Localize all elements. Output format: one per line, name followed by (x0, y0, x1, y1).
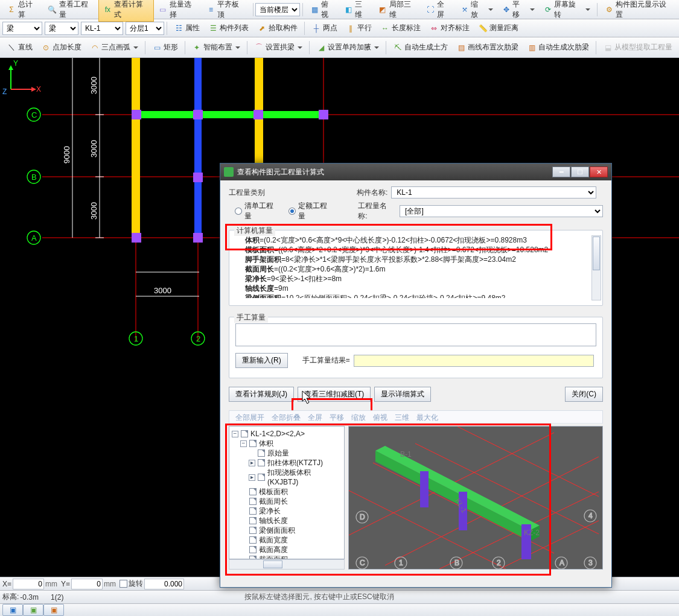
ft-expand[interactable]: 全部展开 (235, 413, 264, 423)
radio-quota[interactable] (288, 208, 296, 215)
tool-gjlist[interactable]: ☰构件列表 (204, 21, 253, 35)
taskbar-app-3[interactable]: ▣ (43, 604, 64, 616)
quantity-tree[interactable]: −KL-1<2,D><2,A>−体积原始量▸扣柱体积(KTZTJ)▸扣现浇板体积… (229, 426, 345, 559)
tool-zongjisuan[interactable]: Σ总计算 (2, 0, 43, 22)
calc-line[interactable]: 模板面积=((0.6<高度>*2+0.2<宽度>)*9<中心线长度>)-1.4<… (234, 245, 598, 255)
ft-3d[interactable]: 三维 (395, 413, 409, 423)
ft-full[interactable]: 全屏 (308, 413, 322, 423)
tool-zdsccl[interactable]: ▥自动生成次肋梁 (523, 40, 593, 54)
tool-zdsctf[interactable]: ⛏自动生成土方 (389, 40, 452, 54)
rotate-checkbox[interactable] (120, 580, 127, 588)
tool-cljl[interactable]: 📏测量距离 (474, 21, 523, 35)
expander-icon[interactable]: ▸ (249, 474, 255, 481)
tool-liangdian[interactable]: ┼两点 (307, 21, 342, 35)
tool-gjtyxssz[interactable]: ⚙构件图元显示设置 (600, 0, 677, 22)
rotate-input[interactable] (144, 579, 184, 589)
tree-row[interactable]: 轴线长度 (232, 516, 342, 526)
tree-label: 扣柱体积(KTZTJ) (267, 458, 323, 468)
calc-line[interactable]: 轴线长度=9m (234, 284, 598, 293)
tree-row[interactable]: 梁净长 (232, 506, 342, 516)
ft-zoom[interactable]: 缩放 (351, 413, 366, 423)
gclmc-select[interactable]: [全部] (400, 205, 603, 217)
y-input[interactable] (71, 579, 103, 589)
tree-row[interactable]: 截面高度 (232, 545, 342, 554)
tool-pingxing[interactable]: ‖平行 (342, 21, 376, 35)
tool-fushi[interactable]: ▦俯视 (305, 0, 339, 22)
tool-pingyi[interactable]: ✥平移 (497, 0, 539, 22)
tool-suofang[interactable]: ⤧缩放 (456, 0, 497, 22)
btn-detail[interactable]: 显示详细算式 (374, 387, 431, 402)
tool-szdkjf[interactable]: ◢设置单跨加腋 (312, 40, 383, 54)
tool-zhixian[interactable]: ＼直线 (2, 40, 37, 54)
expander-icon[interactable]: − (240, 440, 247, 447)
tree-hscroll[interactable] (229, 559, 345, 570)
calc-line[interactable]: 体积=(0.2<宽度>*0.6<高度>*9<中心线长度>)-0.12<扣柱>-0… (234, 235, 598, 245)
manual-result-field[interactable] (354, 355, 594, 367)
tool-quanping[interactable]: ⛶全屏 (422, 0, 456, 22)
x-input[interactable] (13, 579, 44, 589)
maximize-button[interactable]: ☐ (571, 167, 589, 177)
tool-pbd[interactable]: ≡平齐板顶 (202, 0, 250, 22)
ft-top[interactable]: 俯视 (373, 413, 387, 423)
ft-max[interactable]: 最大化 (416, 413, 438, 423)
taskbar-app-1[interactable]: ▣ (2, 604, 23, 616)
manual-textarea[interactable] (235, 323, 596, 346)
tree-row[interactable]: 原始量 (232, 448, 342, 458)
tool-znbz[interactable]: ✦智能布置 (188, 40, 244, 54)
btn-reenter[interactable]: 重新输入(R) (235, 353, 288, 368)
tool-shiqu[interactable]: ⬈拾取构件 (253, 21, 302, 35)
pan-icon: ✥ (502, 5, 511, 14)
tool-sanwei[interactable]: ◧三维 (340, 0, 374, 22)
tool-hxbzcl[interactable]: ▤画线布置次肋梁 (452, 40, 523, 54)
tree-row[interactable]: 截面周长 (232, 497, 342, 506)
tool-djcd[interactable]: ⊙点加长度 (37, 40, 86, 54)
tree-row[interactable]: 截面宽度 (232, 535, 342, 545)
deduction-3d-view[interactable]: B-1 KL-1 KZ-2 D C 1 B 2 A 3 4 (348, 426, 603, 570)
tree-row[interactable]: −体积 (232, 439, 342, 448)
minimize-button[interactable]: ━ (552, 167, 570, 177)
category-select-2[interactable]: 梁 (45, 22, 78, 35)
expander-icon[interactable]: ▸ (249, 460, 255, 466)
page-icon (258, 449, 265, 457)
current-floor-select[interactable]: 当前楼层 (255, 3, 300, 16)
btn-rule[interactable]: 查看计算规则(J) (229, 387, 294, 402)
member-select[interactable]: KL-1 (81, 22, 123, 35)
expander-icon[interactable]: − (232, 431, 238, 437)
tool-dqbz[interactable]: ⇔对齐标注 (425, 21, 474, 35)
tree-row[interactable]: 截面面积 (232, 554, 342, 559)
tool-cdbz[interactable]: ↔长度标注 (376, 21, 425, 35)
tool-szgl[interactable]: ⌒设置拱梁 (250, 40, 307, 54)
tree-row[interactable]: 梁侧面面积 (232, 526, 342, 535)
tool-jbsw[interactable]: ◩局部三维 (374, 0, 422, 22)
btn-close-bottom[interactable]: 关闭(C) (565, 387, 603, 402)
tree-row[interactable]: −KL-1<2,D><2,A> (232, 429, 342, 439)
calc-result-list[interactable]: 体积=(0.2<宽度>*0.6<高度>*9<中心线长度>)-0.12<扣柱>-0… (234, 235, 598, 298)
tool-plxz[interactable]: ▭批量选择 (154, 0, 202, 22)
tree-row[interactable]: ▸扣现浇板体积(KXJBTJ) (232, 468, 342, 487)
calc-line[interactable]: 梁侧面面积=10.2<原始侧面面积>-0.24<扣梁>-0.24<扣砼墙>-0.… (234, 293, 598, 298)
calc-line[interactable]: 截面周长=((0.2<宽度>+0.6<高度>)*2)=1.6m (234, 264, 598, 274)
ft-pan[interactable]: 平移 (330, 413, 344, 423)
ft-collapse[interactable]: 全部折叠 (272, 413, 301, 423)
tool-sdhy[interactable]: ◠三点画弧 (86, 40, 142, 54)
btn-3d[interactable]: 查看三维扣减图(T) (298, 387, 371, 402)
taskbar-app-2[interactable]: ▣ (23, 604, 43, 616)
close-button[interactable]: ✕ (590, 167, 608, 177)
radio-bill[interactable] (235, 208, 242, 215)
gjmc-select[interactable]: KL-1 (391, 186, 596, 198)
dialog-titlebar[interactable]: 查看构件图元工程量计算式 ━ ☐ ✕ (220, 164, 611, 180)
tool-shuxing[interactable]: ☷属性 (170, 21, 204, 35)
tool-ckjsf[interactable]: fx查看计算式 (98, 0, 154, 22)
tool-cgcl[interactable]: 🔍查看工程量 (43, 0, 99, 22)
calc-scrollbar[interactable] (591, 235, 601, 300)
calc-line[interactable]: 脚手架面积=8<梁净长>*1<梁脚手架长度水平投影系数>*2.88<脚手架高度>… (234, 255, 598, 264)
tree-row[interactable]: 模板面积 (232, 487, 342, 497)
tree-label: 模板面积 (259, 487, 288, 497)
tool-pmxz[interactable]: ⟳屏幕旋转 (539, 0, 595, 22)
category-select-1[interactable]: 梁 (2, 22, 42, 35)
tree-row[interactable]: ▸扣柱体积(KTZTJ) (232, 458, 342, 468)
app-icon: ▣ (30, 606, 37, 614)
layer-select[interactable]: 分层1 (126, 22, 164, 35)
calc-line[interactable]: 梁净长=9<梁长>-1<扣柱>=8m (234, 274, 598, 284)
tool-juxing[interactable]: ▭矩形 (148, 40, 182, 54)
